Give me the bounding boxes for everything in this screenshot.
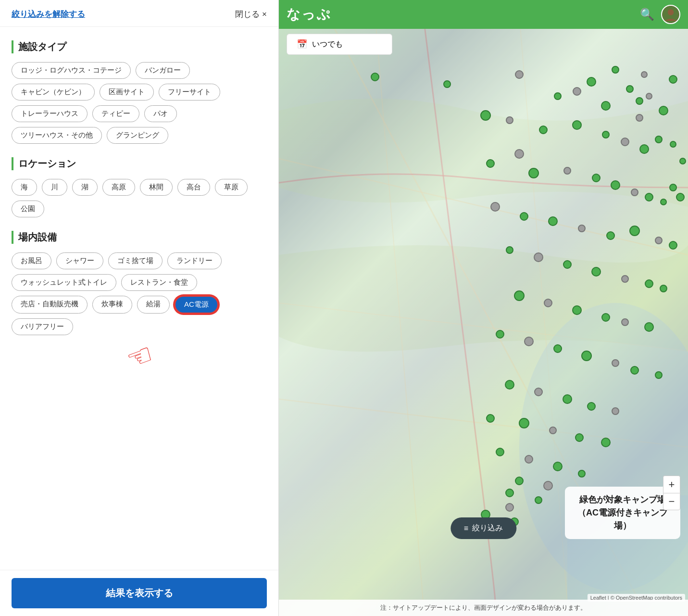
camp-dot-green [601,438,611,447]
tag-pao[interactable]: パオ [144,105,177,122]
avatar[interactable] [661,5,680,24]
tag-sea[interactable]: 海 [12,179,37,196]
map-logo: なっぷ [287,5,331,24]
tag-treehouse[interactable]: ツリーハウス・その他 [12,127,102,144]
panel-header: 絞り込みを解除する 閉じる × [0,0,278,27]
camp-dot-green [655,136,663,143]
filter-button-map[interactable]: ≡ 絞り込み [450,517,516,539]
camp-dot-green [679,158,686,164]
camp-dot-green [630,366,639,375]
section-facilities: 場内設備 お風呂 シャワー ゴミ捨て場 ランドリー ウォッシュレット式トイレ レ… [12,231,267,374]
camp-dot-gray [621,138,629,146]
tag-shop[interactable]: 売店・自動販売機 [12,296,88,314]
tag-bungalow[interactable]: バンガロー [136,62,190,79]
camp-dot-green [669,184,677,191]
tag-grassland[interactable]: 草原 [215,179,248,196]
camp-dot-green [539,126,548,134]
camp-dot-green [660,199,667,205]
camp-dot-green [535,496,542,504]
tag-cooking-facility[interactable]: 炊事棟 [92,296,132,314]
tag-forest[interactable]: 林間 [140,179,173,196]
camp-dot-green [543,481,553,490]
tag-hot-water[interactable]: 給湯 [137,296,170,314]
camp-dot-green [612,66,619,74]
section-facility-type: 施設タイプ ロッジ・ログハウス・コテージ バンガロー キャビン（ケビン） 区画サ… [12,40,267,144]
tag-restaurant[interactable]: レストラン・食堂 [121,274,197,291]
tags-facilities: お風呂 シャワー ゴミ捨て場 ランドリー ウォッシュレット式トイレ レストラン・… [12,252,267,335]
camp-dot-green [606,231,615,240]
tag-washlet-toilet[interactable]: ウォッシュレット式トイレ [12,274,116,291]
camp-dot-green [644,322,654,332]
camp-dot-gray [534,252,543,262]
camp-dot-green [486,159,495,168]
tag-barrier-free[interactable]: バリアフリー [12,318,73,335]
tag-ac-power[interactable]: AC電源 [175,296,218,314]
section-title-location: ロケーション [12,157,267,170]
tag-lake[interactable]: 湖 [72,179,98,196]
camp-dot-gray [514,149,524,159]
camp-dot-gray [573,87,581,96]
camp-dot-green [655,371,663,379]
hand-pointer-icon: ☞ [121,337,157,377]
show-results-button[interactable]: 結果を表示する [12,578,267,608]
tag-partition-site[interactable]: 区画サイト [100,84,154,101]
camp-dot-green [572,305,582,315]
section-location: ロケーション 海 川 湖 高原 林間 高台 草原 公園 [12,157,267,217]
tag-glamping[interactable]: グランピング [107,127,168,144]
tag-free-site[interactable]: フリーサイト [159,84,220,101]
tag-laundry[interactable]: ランドリー [167,252,222,269]
camp-dot-green [581,351,592,361]
camp-dot-green [480,110,491,121]
camp-dot-gray [631,189,638,196]
tag-hilltop[interactable]: 高台 [177,179,210,196]
camp-dot-green [496,330,504,339]
zoom-out-button[interactable]: − [663,493,680,510]
panel-content: 施設タイプ ロッジ・ログハウス・コテージ バンガロー キャビン（ケビン） 区画サ… [0,27,278,570]
section-title-facility-type: 施設タイプ [12,40,267,53]
date-bar[interactable]: 📅 いつでも [287,34,392,55]
camp-dot-green [553,344,562,353]
tag-shower[interactable]: シャワー [56,252,103,269]
camp-dot-gray [641,71,648,78]
camp-dot-green [660,285,667,292]
camp-dot-green [371,73,379,81]
right-panel: なっぷ 🔍 📅 いつでも [279,0,688,616]
camp-dot-green [563,260,572,269]
camp-dot-green [676,193,685,201]
camp-dot-gray [534,388,543,396]
camp-dot-green [669,75,677,84]
calendar-icon: 📅 [297,39,307,50]
search-icon[interactable]: 🔍 [640,8,654,21]
camp-dot-gray [612,407,619,415]
camp-dot-green [639,144,649,154]
camp-dot-gray [636,114,643,122]
camp-dot-green [514,290,525,301]
map-info-text: 緑色が対象キャンプ場 （AC電源付きキャンプ場） [577,495,668,530]
close-button[interactable]: 閉じる × [235,9,267,20]
tag-cabin[interactable]: キャビン（ケビン） [12,84,95,101]
camp-dot-green [591,267,601,277]
map-zoom-controls: + − [663,476,680,510]
tag-lodge[interactable]: ロッジ・ログハウス・コテージ [12,62,131,79]
svg-point-10 [668,9,674,15]
tag-trash[interactable]: ゴミ捨て場 [108,252,163,269]
camp-dot-green [645,193,653,201]
clear-filter-button[interactable]: 絞り込みを解除する [12,9,85,20]
panel-footer: 結果を表示する [0,570,278,616]
tag-trailer-house[interactable]: トレーラーハウス [12,105,88,122]
tag-tepee[interactable]: ティピー [92,105,139,122]
camp-dot-green [626,85,634,93]
tag-highland[interactable]: 高原 [102,179,135,196]
camp-dot-green [486,414,495,423]
tags-location: 海 川 湖 高原 林間 高台 草原 公園 [12,179,267,217]
camp-dot-gray [612,359,619,367]
zoom-in-button[interactable]: + [663,476,680,493]
tag-park[interactable]: 公園 [12,201,44,217]
map-footer-note: 注：サイトアップデートにより、画面デザインが変わる場合があります。 [279,600,688,616]
camp-dot-gray [621,318,629,326]
camp-dot-green [592,174,600,182]
tag-bath[interactable]: お風呂 [12,252,51,269]
tag-river[interactable]: 川 [42,179,67,196]
camp-dot-green [520,212,528,221]
camp-dot-gray [525,455,533,464]
